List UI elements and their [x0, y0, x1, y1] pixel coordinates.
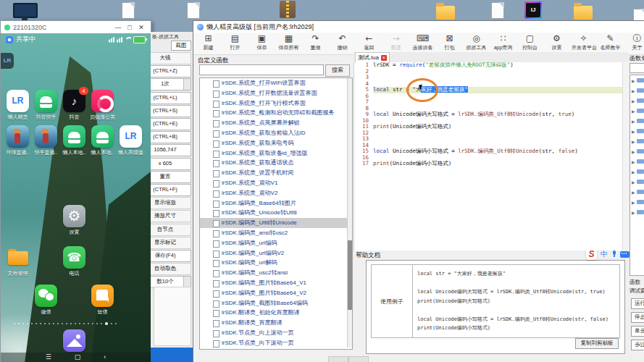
func-query-search-input[interactable]	[630, 63, 644, 73]
winrar-archive-icon[interactable]	[280, 1, 296, 18]
phone-app-电话[interactable]: ☎电话	[60, 246, 88, 277]
tree-item[interactable]: ▶	[630, 136, 644, 146]
func-list-item[interactable]: lrSDK.编码类_usc2转ansi	[200, 268, 352, 278]
phone-app-文件管理[interactable]: 文件管理	[4, 246, 32, 277]
debug-运行-button[interactable]: 运行	[631, 298, 644, 309]
func-list-item[interactable]: lrSDK.编码类_Base64转图片	[200, 198, 352, 209]
toolbar-package-button[interactable]: ⊠打包	[436, 33, 463, 54]
phone-app-设置[interactable]: ⚙设置	[60, 205, 88, 236]
toolbar-new-file-button[interactable]: ⊞新建	[195, 33, 222, 54]
maximize-button[interactable]: □	[124, 24, 135, 31]
tree-expand-icon[interactable]: ▶	[632, 210, 635, 215]
func-list-item[interactable]: lrSDK.系统类_设置手机时间	[200, 168, 352, 178]
func-list-item[interactable]: lrSDK.翻译类_百度翻译	[200, 318, 352, 328]
grab-row-(CTRL+Z)[interactable]: (CTRL+Z)	[151, 65, 191, 77]
tree-item[interactable]: ▶	[630, 146, 644, 156]
toolbar-teaching-button[interactable]: ✎名师教学	[597, 33, 624, 54]
func-list-item[interactable]: lrSDK.系统类_震动V2	[200, 188, 352, 198]
editor-tab[interactable]: 测试.lua ×	[355, 52, 390, 62]
phone-window-titlebar[interactable]: 22101320C — □ ✕	[1, 21, 151, 33]
phone-app-懒人精灵[interactable]: LR懒人精灵	[4, 90, 32, 121]
func-list-item[interactable]: lrSDK.系统类_获取通话状态	[200, 158, 352, 168]
tree-item[interactable]: ▶	[630, 106, 644, 116]
ime-mic-icon[interactable]	[611, 251, 616, 258]
tree-expand-icon[interactable]: ▶	[632, 88, 635, 93]
grab-row-(CTRL+F)[interactable]: (CTRL+F)	[151, 184, 191, 196]
taskbar-fragment[interactable]	[151, 348, 193, 362]
toolbar-undo-button[interactable]: ↶撤销	[329, 33, 356, 54]
func-list-item[interactable]: lrSDK.编码类_url编码V2	[200, 248, 352, 258]
func-list-item[interactable]: lrSDK.翻译类_初始化百度翻译	[200, 308, 352, 318]
func-list-item[interactable]: lrSDK.系统类_打开数据流量设置界面	[200, 88, 352, 98]
phone-app-懒人本地..[interactable]: 懒人本地..	[88, 125, 117, 156]
phone-app-短信[interactable]: 短信	[88, 285, 117, 316]
phone-app-抖音快手[interactable]: 抖音快手	[32, 90, 60, 121]
debug-停止-button[interactable]: 停止	[631, 312, 644, 323]
phone-screen[interactable]: 共享中 LR懒人精灵抖音快手♪4抖音贝锐蒲公英环球直播..快手直播..懒人本地.…	[1, 33, 151, 362]
func-list-item[interactable]: lrSDK.系统类_打开飞行模式界面	[200, 98, 352, 109]
tree-expand-icon[interactable]: ▶	[632, 149, 635, 154]
debug-步过-button[interactable]: 步过	[631, 340, 644, 350]
phone-app-快手直播..[interactable]: 快手直播..	[32, 125, 60, 156]
tree-expand-icon[interactable]: ▶	[632, 190, 635, 195]
tree-item[interactable]: ▶	[630, 187, 644, 197]
tree-expand-icon[interactable]: ▶	[632, 139, 635, 144]
func-list-item[interactable]: lrSDK.系统类_获取设备id_增强版	[200, 148, 352, 159]
func-list-item[interactable]: lrSDK.系统类_检测和启动无障碍和截图服务	[200, 108, 352, 118]
document-icon[interactable]	[122, 2, 135, 19]
grab-row-保存(F4)[interactable]: 保存(F4)	[151, 250, 191, 262]
func-list-item[interactable]: lrSDK.编码类_url解码	[200, 258, 352, 268]
phone-app-gallery[interactable]	[60, 329, 88, 353]
grab-row-(CTRL+B)[interactable]: (CTRL+B)	[151, 131, 191, 143]
toolbar-save-all-button[interactable]: ▦保存所有	[275, 33, 302, 54]
func-search-input[interactable]	[199, 64, 324, 75]
tree-item[interactable]: ▶	[630, 116, 644, 126]
folder-icon[interactable]	[574, 6, 593, 20]
search-button[interactable]: 搜索	[325, 64, 350, 77]
toolbar-console-button[interactable]: ▢控制台	[517, 33, 543, 54]
tree-expand-icon[interactable]: ▶	[632, 180, 635, 185]
sogou-logo-icon[interactable]: S	[586, 249, 597, 260]
document-icon[interactable]	[187, 2, 200, 19]
func-list-item[interactable]: lrSDK.编码类_url编码	[200, 238, 352, 248]
func-list-item[interactable]: lrSDK.编码类_Utf8转Unicode	[200, 218, 352, 228]
toolbar-developer-button[interactable]: ✧开发者平台	[570, 33, 597, 54]
tree-expand-icon[interactable]: ▶	[632, 159, 635, 164]
grab-row-(CTRL+L)[interactable]: (CTRL+L)	[151, 92, 191, 104]
func-list-item[interactable]: lrSDK.系统类_获取当前输入法ID	[200, 128, 352, 138]
minimize-button[interactable]: —	[112, 24, 124, 31]
phone-app-懒人高级版[interactable]: LR懒人高级版	[117, 125, 145, 156]
tree-expand-icon[interactable]: ▶	[632, 169, 635, 174]
grab-row-重置[interactable]: 重置	[151, 171, 191, 183]
floating-assistant-bubble[interactable]: LR	[1, 53, 14, 69]
bottom-tab[interactable]	[348, 356, 369, 362]
grab-row-x 605[interactable]: x 605	[151, 158, 191, 170]
toolbar-connect-device-button[interactable]: ⌨连接设备	[409, 33, 436, 54]
toolbar-about-button[interactable]: ⓘ关于	[624, 33, 644, 54]
toolbar-app-query-button[interactable]: ∷app查询	[490, 33, 517, 54]
bottom-tab[interactable]	[328, 356, 348, 362]
grab-row-(CTRL+S)[interactable]: (CTRL+S)	[151, 105, 191, 117]
ime-keyboard-icon[interactable]	[620, 251, 630, 258]
editor-scrollbar[interactable]	[622, 62, 629, 251]
close-tab-icon[interactable]: ×	[381, 55, 387, 61]
tree-item[interactable]: ▶	[630, 96, 644, 106]
phone-nav-bar[interactable]: ☰▢‹	[1, 353, 151, 362]
back-icon[interactable]: ‹	[104, 353, 106, 362]
grab-row-1次[interactable]: 1次	[151, 78, 191, 90]
func-list-item[interactable]: lrSDK.节点类_向上滚动一页	[200, 328, 352, 338]
app-titlebar[interactable]: 懒人精灵高级版 [当前用户名:lrh2029]	[193, 21, 644, 33]
func-list-item[interactable]: lrSDK.系统类_获取来电号码	[200, 138, 352, 148]
tree-expand-icon[interactable]: ▶	[632, 200, 635, 205]
folder-icon[interactable]	[436, 6, 455, 20]
func-list-scrollbar[interactable]	[347, 78, 352, 348]
toolbar-redo-button[interactable]: ↷重做	[302, 33, 329, 54]
close-button[interactable]: ✕	[135, 24, 147, 31]
tree-item[interactable]: ▶	[630, 167, 644, 177]
grab-row-1056,747[interactable]: 1056,747	[151, 144, 191, 156]
toolbar-back-arrow-button[interactable]: ←返回	[356, 33, 382, 54]
tree-item[interactable]: ▶	[630, 177, 644, 187]
ime-lang-icon[interactable]: 中	[601, 249, 608, 259]
debug-单步-button[interactable]: 单步	[631, 326, 644, 337]
copy-to-clipboard-button[interactable]: 复制到剪贴板	[575, 338, 619, 349]
